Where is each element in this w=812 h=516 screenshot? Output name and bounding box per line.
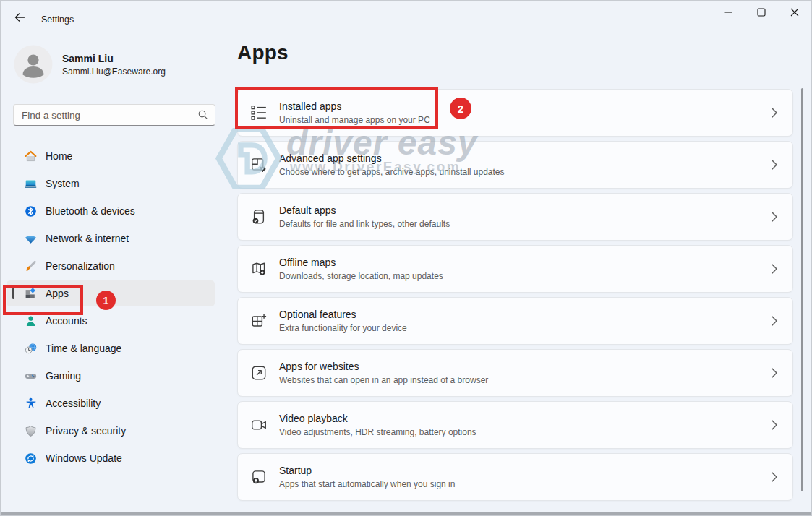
card-optional-features[interactable]: Optional features Extra functionality fo…: [237, 297, 793, 345]
sidebar-item-label: Network & internet: [46, 233, 129, 244]
sidebar-item-privacy-security[interactable]: Privacy & security: [7, 418, 215, 444]
sidebar-item-accessibility[interactable]: Accessibility: [7, 390, 215, 416]
advanced-app-settings-icon: [251, 157, 267, 173]
bluetooth-icon: [25, 205, 37, 218]
card-title: Offline maps: [279, 257, 443, 268]
sidebar-item-label: Apps: [46, 288, 69, 299]
card-title: Default apps: [279, 205, 450, 216]
settings-cards: Installed apps Uninstall and manage apps…: [237, 89, 793, 505]
startup-icon: [251, 469, 267, 485]
card-subtitle: Extra functionality for your device: [279, 323, 407, 333]
card-title: Installed apps: [279, 100, 430, 112]
maximize-button[interactable]: [745, 1, 778, 25]
search-box: [13, 104, 215, 126]
apps-for-websites-icon: [251, 365, 267, 381]
card-default-apps[interactable]: Default apps Defaults for file and link …: [237, 193, 793, 241]
card-title: Apps for websites: [279, 361, 488, 372]
sidebar-item-accounts[interactable]: Accounts: [7, 308, 215, 334]
sidebar-item-label: Privacy & security: [46, 425, 126, 437]
chevron-right-icon: [771, 107, 778, 119]
card-apps-for-websites[interactable]: Apps for websites Websites that can open…: [237, 349, 793, 397]
sidebar-item-label: System: [46, 178, 80, 189]
card-subtitle: Apps that start automatically when you s…: [279, 479, 455, 489]
chevron-right-icon: [771, 159, 778, 171]
chevron-right-icon: [771, 419, 778, 431]
chevron-right-icon: [771, 263, 778, 275]
card-subtitle: Defaults for file and link types, other …: [279, 219, 450, 229]
card-advanced-app-settings[interactable]: Advanced app settings Choose where to ge…: [237, 141, 793, 189]
system-icon: [25, 178, 37, 190]
card-title: Startup: [279, 465, 455, 476]
scrollbar[interactable]: [801, 88, 803, 491]
apps-icon: [25, 288, 37, 300]
chevron-right-icon: [771, 315, 778, 327]
home-icon: [25, 150, 37, 163]
avatar: [14, 45, 53, 84]
network-icon: [25, 233, 37, 245]
chevron-right-icon: [771, 367, 778, 379]
sidebar-item-home[interactable]: Home: [7, 143, 215, 169]
card-offline-maps[interactable]: Offline maps Downloads, storage location…: [237, 245, 793, 293]
close-icon: [790, 7, 799, 20]
card-title: Optional features: [279, 309, 407, 320]
user-profile[interactable]: Sammi Liu Sammi.Liu@Easeware.org: [14, 45, 166, 84]
sidebar-item-label: Time & language: [46, 343, 121, 354]
back-button[interactable]: [10, 9, 29, 28]
sidebar-item-apps[interactable]: Apps: [7, 280, 215, 306]
sidebar-item-label: Home: [46, 150, 72, 162]
minimize-button[interactable]: [711, 1, 745, 25]
minimize-icon: [724, 7, 732, 20]
sidebar-item-gaming[interactable]: Gaming: [7, 363, 215, 389]
card-video-playback[interactable]: Video playback Video adjustments, HDR st…: [237, 401, 793, 449]
chevron-right-icon: [771, 211, 778, 223]
sidebar-item-label: Gaming: [46, 370, 81, 382]
selected-indicator: [12, 288, 14, 299]
personalization-icon: [25, 260, 37, 272]
back-arrow-icon: [14, 12, 25, 26]
window-bottom-edge: [1, 512, 811, 515]
card-subtitle: Video adjustments, HDR streaming, batter…: [279, 427, 476, 437]
sidebar-item-personalization[interactable]: Personalization: [7, 253, 215, 279]
sidebar-item-network-internet[interactable]: Network & internet: [7, 225, 215, 251]
windows-update-icon: [25, 452, 37, 465]
sidebar-item-system[interactable]: System: [7, 171, 215, 197]
card-installed-apps[interactable]: Installed apps Uninstall and manage apps…: [237, 89, 793, 137]
video-playback-icon: [251, 417, 267, 433]
offline-maps-icon: [251, 261, 267, 277]
time-language-icon: [25, 343, 37, 355]
profile-name: Sammi Liu: [62, 53, 166, 64]
window-title: Settings: [41, 14, 74, 25]
sidebar-item-label: Windows Update: [46, 452, 122, 464]
sidebar-item-label: Personalization: [46, 260, 115, 272]
chevron-right-icon: [771, 471, 778, 483]
installed-apps-icon: [251, 105, 267, 121]
titlebar: Settings: [1, 1, 811, 27]
sidebar-item-label: Bluetooth & devices: [46, 205, 135, 217]
card-subtitle: Downloads, storage location, map updates: [279, 271, 443, 281]
sidebar-item-windows-update[interactable]: Windows Update: [7, 445, 215, 471]
maximize-icon: [757, 7, 766, 20]
accounts-icon: [25, 315, 37, 327]
card-title: Video playback: [279, 413, 476, 424]
accessibility-icon: [25, 397, 37, 410]
sidebar-item-bluetooth-devices[interactable]: Bluetooth & devices: [7, 198, 215, 224]
optional-features-icon: [251, 313, 267, 329]
card-subtitle: Websites that can open in an app instead…: [279, 375, 488, 385]
card-subtitle: Uninstall and manage apps on your PC: [279, 115, 430, 125]
profile-email: Sammi.Liu@Easeware.org: [62, 66, 166, 77]
sidebar-item-time-language[interactable]: Time & language: [7, 335, 215, 361]
gaming-icon: [25, 370, 37, 382]
close-button[interactable]: [778, 1, 811, 25]
page-title: Apps: [237, 41, 289, 64]
settings-window: Settings Sammi Liu Sammi.Liu@Easeware.or…: [0, 0, 812, 516]
search-input[interactable]: [13, 104, 215, 126]
card-startup[interactable]: Startup Apps that start automatically wh…: [237, 453, 793, 501]
default-apps-icon: [251, 209, 267, 225]
sidebar-nav: Home System Bluetooth & devices Network …: [1, 142, 221, 473]
card-title: Advanced app settings: [279, 152, 505, 164]
card-subtitle: Choose where to get apps, archive apps, …: [279, 167, 505, 177]
sidebar-item-label: Accessibility: [46, 397, 101, 409]
privacy-security-icon: [25, 425, 37, 437]
sidebar-item-label: Accounts: [46, 315, 87, 327]
